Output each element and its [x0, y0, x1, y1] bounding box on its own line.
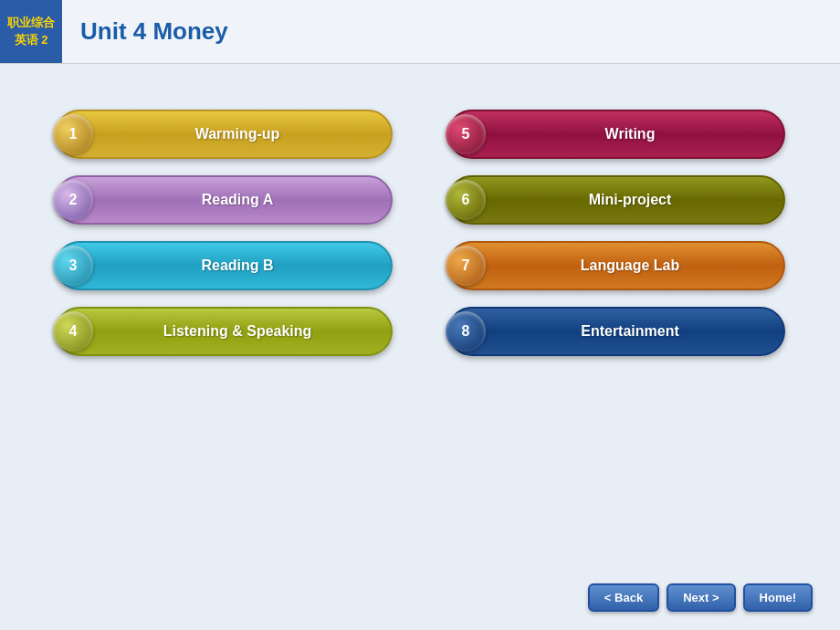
header: 职业综合 英语 2 Unit 4 Money	[0, 0, 840, 64]
label-7: Language Lab	[449, 257, 783, 274]
bubble-7: 7	[446, 246, 486, 286]
footer-nav: < Back Next > Home!	[588, 583, 813, 612]
menu-item-6[interactable]: 6 Mini-project	[447, 175, 785, 225]
home-button[interactable]: Home!	[743, 583, 813, 612]
menu-item-5[interactable]: 5 Writing	[447, 110, 785, 159]
bubble-8: 8	[446, 311, 486, 352]
menu-item-7[interactable]: 7 Language Lab	[447, 241, 785, 290]
menu-item-8[interactable]: 8 Entertainment	[447, 307, 785, 356]
menu-grid: 1 Warming-up 2 Reading A 3 Reading B 4 L…	[0, 82, 840, 383]
label-8: Entertainment	[449, 323, 783, 340]
menu-item-2[interactable]: 2 Reading A	[55, 175, 393, 225]
next-button[interactable]: Next >	[667, 583, 735, 612]
bubble-3: 3	[53, 246, 93, 286]
menu-item-3[interactable]: 3 Reading B	[55, 241, 393, 290]
label-2: Reading A	[57, 192, 391, 208]
bubble-5: 5	[446, 114, 486, 154]
sidebar-line1: 职业综合	[7, 15, 55, 31]
page-title: Unit 4 Money	[62, 0, 228, 63]
bubble-1: 1	[53, 114, 93, 154]
sidebar-line2: 英语 2	[15, 32, 48, 48]
back-button[interactable]: < Back	[588, 583, 659, 612]
label-6: Mini-project	[449, 192, 783, 208]
label-1: Warming-up	[57, 126, 391, 142]
label-4: Listening & Speaking	[57, 323, 391, 340]
bubble-2: 2	[53, 180, 93, 220]
bubble-6: 6	[446, 180, 486, 220]
menu-item-4[interactable]: 4 Listening & Speaking	[55, 307, 393, 356]
bubble-4: 4	[53, 311, 93, 352]
menu-item-1[interactable]: 1 Warming-up	[55, 110, 393, 159]
label-3: Reading B	[57, 257, 391, 274]
label-5: Writing	[449, 126, 783, 142]
sidebar-label: 职业综合 英语 2	[0, 0, 62, 63]
